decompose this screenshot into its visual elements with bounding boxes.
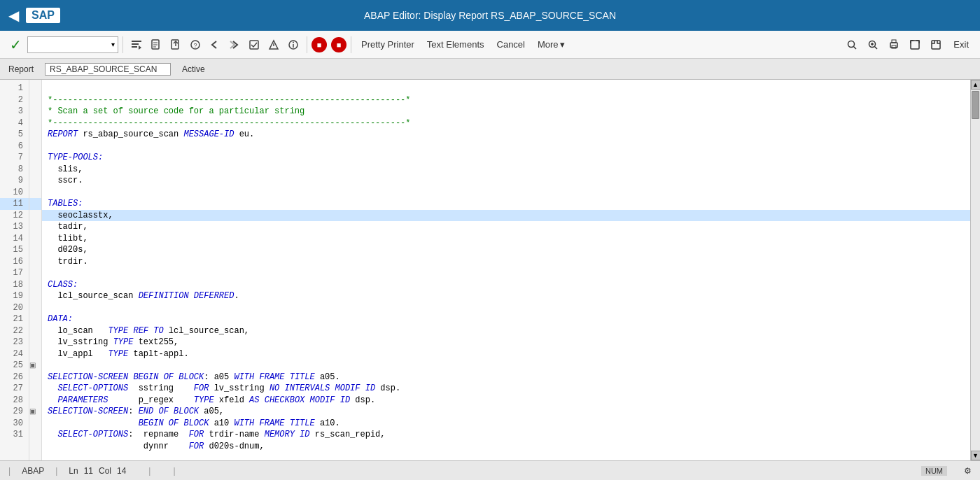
code-line-13: tlibt, bbox=[48, 234, 88, 243]
code-line-25: SELECTION-SCREEN BEGIN OF BLOCK: a05 WIT… bbox=[48, 372, 340, 382]
stop-button-1[interactable]: ■ bbox=[312, 37, 327, 52]
status-divider-2: | bbox=[55, 466, 57, 476]
fold-25[interactable]: ▣ bbox=[29, 360, 41, 372]
svg-rect-1 bbox=[132, 43, 139, 45]
line-label: Ln bbox=[69, 466, 78, 476]
zoom-button[interactable] bbox=[864, 36, 882, 54]
where-used-button[interactable] bbox=[127, 36, 146, 54]
line-num-21: 21 bbox=[0, 313, 29, 325]
status-divider-3: | bbox=[148, 466, 150, 476]
code-line-31: dynnr FOR d020s-dnum, bbox=[48, 442, 265, 451]
where-used-icon bbox=[131, 39, 142, 50]
toolbar-separator-2 bbox=[307, 36, 307, 53]
fold-9 bbox=[29, 175, 41, 187]
cursor-position: Ln 11 Col 14 bbox=[69, 466, 126, 476]
line-num-1: 1 bbox=[0, 83, 29, 94]
fold-16 bbox=[29, 256, 41, 268]
exit-button[interactable]: Exit bbox=[948, 38, 974, 51]
scroll-up-button[interactable]: ▲ bbox=[971, 80, 981, 90]
report-name: RS_ABAP_SOURCE_SCAN bbox=[45, 63, 171, 76]
activate-icon bbox=[268, 39, 279, 50]
code-line-4: REPORT rs_abap_source_scan MESSAGE-ID eu… bbox=[48, 129, 254, 139]
code-line-7: slis, bbox=[48, 164, 83, 174]
fold-21 bbox=[29, 313, 41, 325]
code-line-18: lcl_source_scan DEFINITION DEFERRED. bbox=[48, 291, 239, 301]
line-num-31: 31 bbox=[0, 429, 29, 441]
toolbar-separator-1 bbox=[122, 36, 123, 53]
nav-forward-button[interactable] bbox=[225, 36, 244, 54]
display-doc-button[interactable] bbox=[147, 36, 165, 54]
code-line-2: * Scan a set of source code for a partic… bbox=[48, 106, 304, 116]
fold-22 bbox=[29, 325, 41, 337]
pretty-printer-button[interactable]: Pretty Printer bbox=[356, 38, 420, 51]
fold-15 bbox=[29, 244, 41, 256]
line-num-2: 2 bbox=[0, 94, 29, 106]
fold-6 bbox=[29, 141, 41, 153]
fold-1 bbox=[29, 83, 41, 94]
col-value: 14 bbox=[117, 466, 126, 476]
code-editor[interactable]: *---------------------------------------… bbox=[42, 80, 970, 460]
line-num-6: 6 bbox=[0, 141, 29, 153]
fold-column: ▣ ▣ bbox=[29, 80, 42, 460]
fold-14 bbox=[29, 233, 41, 245]
info-icon bbox=[288, 39, 299, 50]
sap-logo: SAP bbox=[26, 8, 60, 23]
line-num-4: 4 bbox=[0, 118, 29, 129]
col-label: Col bbox=[99, 466, 111, 476]
activate-button[interactable] bbox=[265, 36, 283, 54]
info-button[interactable] bbox=[284, 36, 302, 54]
line-num-3: 3 bbox=[0, 106, 29, 118]
line-num-29: 29 bbox=[0, 406, 29, 418]
cancel-button[interactable]: Cancel bbox=[491, 38, 531, 51]
svg-point-18 bbox=[848, 41, 855, 47]
check-button[interactable]: ✓ bbox=[6, 35, 26, 55]
code-line-1: *---------------------------------------… bbox=[48, 95, 410, 105]
print-button[interactable] bbox=[885, 36, 903, 54]
more-chevron-icon: ▾ bbox=[560, 39, 565, 50]
report-label: Report bbox=[8, 64, 34, 74]
code-line-26: SELECT-OPTIONS sstring FOR lv_sstring NO… bbox=[48, 383, 400, 393]
scroll-track[interactable] bbox=[971, 90, 980, 451]
fold-5 bbox=[29, 129, 41, 141]
stop-button-2[interactable]: ■ bbox=[331, 37, 346, 52]
check-code-button[interactable] bbox=[245, 36, 263, 54]
upload-icon bbox=[170, 39, 181, 50]
help-button[interactable]: ? bbox=[186, 36, 204, 54]
scroll-thumb[interactable] bbox=[972, 91, 979, 119]
search-right-button[interactable] bbox=[843, 36, 861, 54]
fold-30 bbox=[29, 418, 41, 430]
fold-19 bbox=[29, 290, 41, 302]
text-elements-button[interactable]: Text Elements bbox=[421, 38, 490, 51]
back-button[interactable]: ◀ bbox=[8, 7, 19, 24]
collapse-button[interactable] bbox=[927, 36, 945, 54]
active-status: Active bbox=[182, 64, 205, 74]
nav-back-button[interactable] bbox=[206, 36, 224, 54]
expand-button[interactable] bbox=[906, 36, 924, 54]
code-area: 1 2 3 4 5 6 7 8 9 10 11 12 13 14 15 16 1… bbox=[0, 80, 980, 460]
right-toolbar: Exit bbox=[843, 36, 974, 54]
vertical-scrollbar[interactable]: ▲ ▼ bbox=[970, 80, 980, 460]
fold-24 bbox=[29, 348, 41, 360]
upload-button[interactable] bbox=[167, 36, 185, 54]
more-button[interactable]: More ▾ bbox=[532, 38, 570, 51]
line-num-25: 25 bbox=[0, 360, 29, 372]
status-divider-4: | bbox=[173, 466, 175, 476]
fold-29[interactable]: ▣ bbox=[29, 406, 41, 418]
svg-point-17 bbox=[293, 41, 294, 43]
search-right-icon bbox=[846, 39, 858, 50]
scroll-down-button[interactable]: ▼ bbox=[971, 451, 981, 460]
stop-icon-1: ■ bbox=[317, 41, 322, 49]
svg-rect-27 bbox=[911, 41, 919, 49]
svg-line-19 bbox=[854, 46, 857, 49]
settings-icon[interactable]: ⚙ bbox=[964, 466, 972, 476]
code-line-15: trdir. bbox=[48, 257, 88, 267]
code-line-14: d020s, bbox=[48, 245, 88, 255]
code-line-3: *---------------------------------------… bbox=[48, 118, 410, 128]
code-line-27: PARAMETERS p_regex TYPE xfeld AS CHECKBO… bbox=[48, 395, 375, 405]
num-lock-badge: NUM bbox=[921, 466, 947, 476]
transaction-dropdown[interactable]: ▾ bbox=[27, 36, 118, 53]
code-line-6: TYPE-POOLS: bbox=[48, 153, 103, 162]
nav-forward-icon bbox=[229, 39, 240, 50]
fold-31 bbox=[29, 429, 41, 441]
line-num-19: 19 bbox=[0, 290, 29, 302]
